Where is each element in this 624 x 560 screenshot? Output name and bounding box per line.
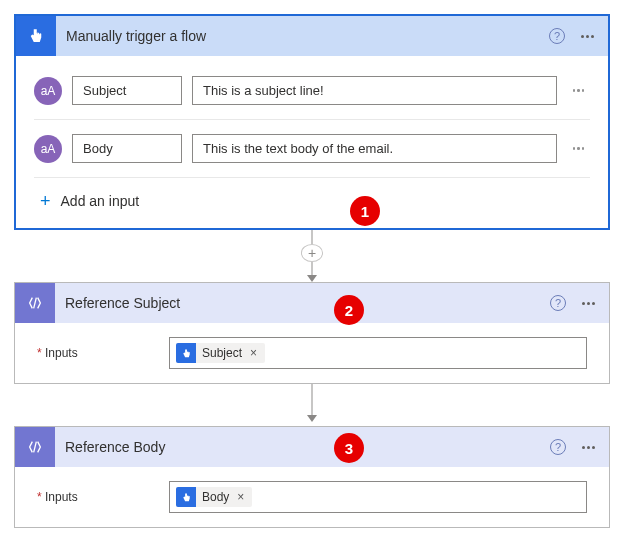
plus-icon: + (40, 192, 51, 210)
add-input-button[interactable]: + Add an input (34, 178, 590, 214)
dynamic-content-token[interactable]: Subject × (176, 343, 265, 363)
action-body: Inputs Subject × (15, 323, 609, 383)
inputs-label: Inputs (37, 346, 169, 360)
input-value-field[interactable]: This is the text body of the email. (192, 134, 557, 163)
manual-trigger-icon (176, 487, 196, 507)
action-title: Reference Subject (65, 295, 550, 311)
token-remove-button[interactable]: × (235, 490, 252, 504)
token-label: Body (196, 490, 235, 504)
input-name-field[interactable]: Body (72, 134, 182, 163)
action-header[interactable]: Reference Subject ? (15, 283, 609, 323)
inputs-field[interactable]: Body × (169, 481, 587, 513)
input-row-menu-button[interactable] (567, 141, 591, 156)
annotation-marker-3: 3 (334, 433, 364, 463)
text-type-icon: aA (34, 135, 62, 163)
flow-connector: + (14, 230, 610, 282)
token-remove-button[interactable]: × (248, 346, 265, 360)
trigger-input-row: aA Body This is the text body of the ema… (34, 120, 590, 178)
inputs-field[interactable]: Subject × (169, 337, 587, 369)
help-icon[interactable]: ? (550, 439, 566, 455)
flow-canvas: 1 2 3 Manually trigger a flow ? aA Subje… (14, 14, 610, 528)
action-menu-button[interactable] (576, 440, 601, 455)
action-header[interactable]: Reference Body ? (15, 427, 609, 467)
action-body: Inputs Body × (15, 467, 609, 527)
action-menu-button[interactable] (576, 296, 601, 311)
token-label: Subject (196, 346, 248, 360)
action-card-reference-body[interactable]: Reference Body ? Inputs Body × (14, 426, 610, 528)
trigger-title: Manually trigger a flow (66, 28, 549, 44)
annotation-marker-2: 2 (334, 295, 364, 325)
add-input-label: Add an input (61, 193, 140, 209)
action-title: Reference Body (65, 439, 550, 455)
action-card-reference-subject[interactable]: Reference Subject ? Inputs Subject × (14, 282, 610, 384)
trigger-input-row: aA Subject This is a subject line! (34, 62, 590, 120)
manual-trigger-icon (176, 343, 196, 363)
input-name-field[interactable]: Subject (72, 76, 182, 105)
input-value-field[interactable]: This is a subject line! (192, 76, 557, 105)
arrow-down-icon (307, 275, 317, 282)
compose-icon (15, 427, 55, 467)
add-step-button[interactable]: + (301, 244, 323, 262)
text-type-icon: aA (34, 77, 62, 105)
help-icon[interactable]: ? (550, 295, 566, 311)
inputs-label: Inputs (37, 490, 169, 504)
manual-trigger-icon (16, 16, 56, 56)
dynamic-content-token[interactable]: Body × (176, 487, 252, 507)
input-row-menu-button[interactable] (567, 83, 591, 98)
trigger-card[interactable]: Manually trigger a flow ? aA Subject Thi… (14, 14, 610, 230)
annotation-marker-1: 1 (350, 196, 380, 226)
arrow-down-icon (307, 415, 317, 422)
trigger-body: aA Subject This is a subject line! aA Bo… (16, 56, 608, 228)
trigger-menu-button[interactable] (575, 29, 600, 44)
help-icon[interactable]: ? (549, 28, 565, 44)
trigger-header[interactable]: Manually trigger a flow ? (16, 16, 608, 56)
flow-connector (14, 384, 610, 426)
compose-icon (15, 283, 55, 323)
